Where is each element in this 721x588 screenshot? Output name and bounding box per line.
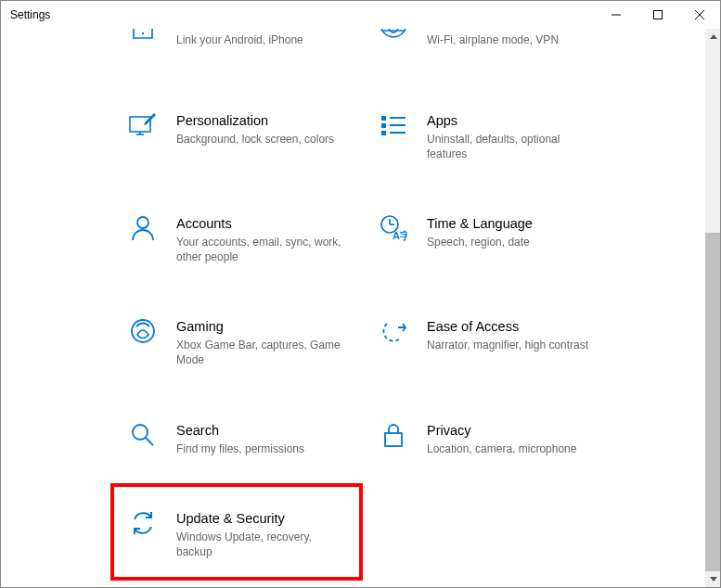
scroll-up-arrow[interactable] bbox=[705, 29, 721, 45]
tile-title: Gaming bbox=[176, 318, 343, 336]
tile-gaming[interactable]: Gaming Xbox Game Bar, captures, Game Mod… bbox=[128, 301, 379, 404]
tile-desc: Uninstall, defaults, optional features bbox=[427, 132, 594, 161]
vertical-scrollbar[interactable] bbox=[704, 29, 720, 587]
scroll-down-arrow[interactable] bbox=[705, 571, 721, 587]
tile-title: Privacy bbox=[427, 422, 576, 440]
svg-rect-10 bbox=[381, 123, 386, 128]
svg-line-22 bbox=[146, 438, 153, 445]
svg-rect-11 bbox=[381, 131, 386, 135]
phone-icon bbox=[128, 29, 158, 58]
tile-desc: Wi-Fi, airplane mode, VPN bbox=[427, 32, 559, 47]
lock-icon bbox=[379, 420, 408, 450]
window-controls bbox=[595, 1, 720, 29]
tile-accounts[interactable]: Accounts Your accounts, email, sync, wor… bbox=[128, 198, 379, 301]
svg-point-21 bbox=[133, 425, 148, 440]
personalization-icon bbox=[128, 110, 158, 140]
tile-desc: Windows Update, recovery, backup bbox=[176, 530, 343, 559]
svg-text:A字: A字 bbox=[393, 230, 407, 241]
tile-search[interactable]: Search Find my files, permissions bbox=[128, 405, 379, 493]
search-icon bbox=[128, 420, 158, 450]
tile-phone[interactable]: Link your Android, iPhone bbox=[128, 29, 379, 96]
tile-title: Personalization bbox=[176, 112, 334, 130]
svg-rect-9 bbox=[381, 116, 386, 121]
tile-desc: Find my files, permissions bbox=[176, 441, 304, 456]
scroll-thumb[interactable] bbox=[705, 233, 721, 571]
content-area: Link your Android, iPhone Wi-Fi, airplan… bbox=[1, 29, 704, 587]
globe-icon bbox=[379, 29, 408, 58]
svg-rect-23 bbox=[385, 433, 402, 446]
update-icon bbox=[128, 508, 158, 538]
svg-point-15 bbox=[137, 217, 148, 228]
tile-title: Time & Language bbox=[427, 215, 533, 233]
close-button[interactable] bbox=[678, 1, 720, 29]
svg-rect-1 bbox=[653, 11, 662, 19]
tile-title: Search bbox=[176, 422, 304, 440]
tile-privacy[interactable]: Privacy Location, camera, microphone bbox=[379, 405, 629, 493]
ease-of-access-icon bbox=[379, 316, 408, 346]
tile-desc: Xbox Game Bar, captures, Game Mode bbox=[176, 338, 343, 367]
tile-title: Ease of Access bbox=[427, 318, 588, 336]
tile-apps[interactable]: Apps Uninstall, defaults, optional featu… bbox=[379, 96, 629, 198]
maximize-button[interactable] bbox=[637, 1, 678, 29]
time-language-icon: A字 bbox=[379, 213, 408, 243]
tile-desc: Location, camera, microphone bbox=[427, 441, 576, 456]
apps-icon bbox=[379, 110, 408, 140]
svg-point-4 bbox=[142, 32, 144, 34]
tile-personalization[interactable]: Personalization Background, lock screen,… bbox=[128, 96, 379, 198]
tile-desc: Background, lock screen, colors bbox=[176, 132, 334, 147]
tile-desc: Speech, region, date bbox=[427, 235, 533, 249]
minimize-button[interactable] bbox=[595, 1, 637, 29]
accounts-icon bbox=[128, 213, 158, 243]
svg-rect-6 bbox=[130, 117, 150, 132]
tile-desc: Link your Android, iPhone bbox=[176, 32, 303, 47]
tile-desc: Narrator, magnifier, high contrast bbox=[427, 338, 588, 352]
tile-network[interactable]: Wi-Fi, airplane mode, VPN bbox=[379, 29, 629, 96]
tile-desc: Your accounts, email, sync, work, other … bbox=[176, 235, 343, 264]
tile-update-security[interactable]: Update & Security Windows Update, recove… bbox=[128, 493, 379, 587]
tile-title: Update & Security bbox=[176, 510, 343, 528]
tile-title: Apps bbox=[427, 112, 594, 130]
tile-title: Accounts bbox=[176, 215, 343, 233]
tile-ease-of-access[interactable]: Ease of Access Narrator, magnifier, high… bbox=[379, 301, 629, 404]
window-title: Settings bbox=[10, 8, 50, 21]
gaming-icon bbox=[128, 316, 158, 346]
tile-time-language[interactable]: A字 Time & Language Speech, region, date bbox=[379, 198, 629, 301]
